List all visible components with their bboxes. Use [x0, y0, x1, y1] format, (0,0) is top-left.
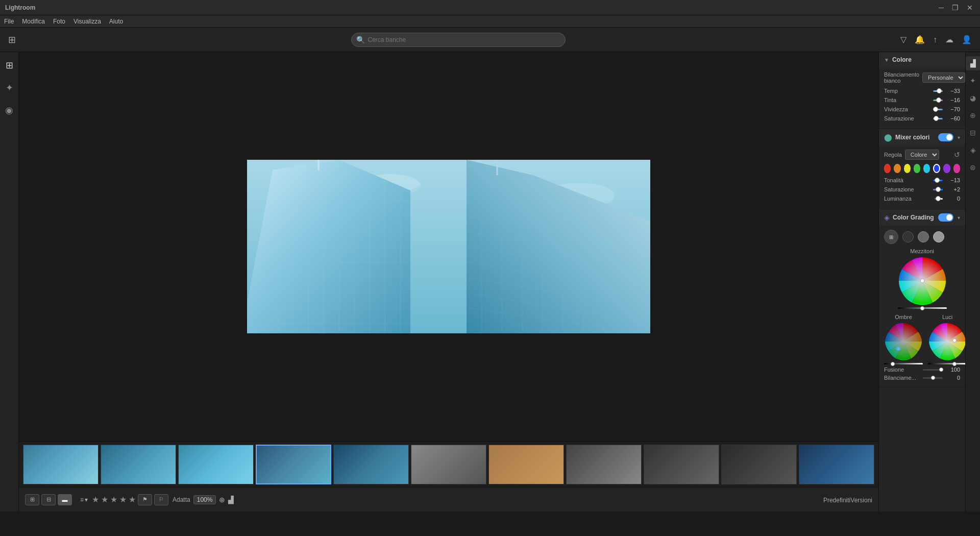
luci-wheel[interactable]: [928, 322, 965, 361]
bilanciamento-track[interactable]: [923, 377, 943, 379]
tonalita-track[interactable]: [933, 180, 943, 181]
map-icon[interactable]: ◉: [0, 101, 18, 119]
menu-foto[interactable]: Foto: [53, 18, 65, 25]
star-4[interactable]: ★: [119, 495, 127, 504]
vividezza-slider-track[interactable]: [933, 109, 943, 110]
luci-brightness-thumb[interactable]: [952, 362, 957, 366]
fusione-track[interactable]: [923, 369, 943, 371]
menu-file[interactable]: File: [4, 18, 14, 25]
detail-icon[interactable]: ⊕: [966, 108, 980, 123]
account-icon[interactable]: 👤: [962, 35, 972, 44]
share-icon[interactable]: ↑: [933, 35, 937, 44]
versioni-button[interactable]: Versioni: [850, 488, 872, 511]
filmstrip-thumb-5[interactable]: [333, 445, 409, 484]
zoom-fit-label[interactable]: Adatta: [173, 496, 190, 503]
fusione-thumb[interactable]: [939, 368, 943, 372]
mezzitoni-wheel[interactable]: [898, 256, 947, 305]
filmstrip-thumb-8[interactable]: [566, 445, 642, 484]
filmstrip-thumb-4[interactable]: [256, 445, 331, 484]
luci-brightness-track[interactable]: [928, 363, 965, 364]
filter-icon[interactable]: ▽: [900, 35, 906, 44]
minimize-button[interactable]: ─: [937, 4, 946, 12]
predefiniti-button[interactable]: Predefiniti: [823, 488, 850, 511]
cg-tab-all[interactable]: ⊞: [884, 230, 898, 244]
star-2[interactable]: ★: [101, 495, 108, 504]
color-icon[interactable]: ◕: [966, 91, 980, 105]
cg-tab-midtone[interactable]: [918, 231, 929, 242]
mixer-sat-track[interactable]: [933, 189, 943, 190]
sort-button[interactable]: ≡ ▾: [80, 496, 88, 503]
grid-small-button[interactable]: ⊟: [41, 494, 56, 505]
menu-visualizza[interactable]: Visualizza: [74, 18, 101, 25]
menu-aiuto[interactable]: Aiuto: [109, 18, 123, 25]
dot-cyan[interactable]: [923, 164, 930, 173]
temp-thumb[interactable]: [937, 88, 942, 93]
calibrate-icon[interactable]: ⊛: [966, 160, 980, 175]
vividezza-thumb[interactable]: [933, 107, 938, 112]
cloud-icon[interactable]: ☁: [945, 35, 953, 44]
filmstrip-thumb-6[interactable]: [411, 445, 486, 484]
ombre-brightness-thumb[interactable]: [891, 362, 895, 366]
dot-purple[interactable]: [943, 164, 950, 173]
filmstrip-thumb-7[interactable]: [488, 445, 564, 484]
mixer-section-header[interactable]: ⬤ Mixer colori ▾: [879, 129, 965, 145]
tinta-slider-track[interactable]: [933, 100, 943, 101]
dot-orange[interactable]: [894, 164, 900, 173]
filmstrip-thumb-3[interactable]: [178, 445, 254, 484]
zoom-value[interactable]: 100%: [193, 495, 216, 504]
menu-modifica[interactable]: Modifica: [22, 18, 45, 25]
panel-toggle-button[interactable]: ⊞: [8, 34, 16, 45]
mixer-toggle[interactable]: [938, 133, 953, 141]
effects-icon[interactable]: ◈: [966, 143, 980, 157]
cg-toggle[interactable]: [938, 213, 953, 222]
tinta-thumb[interactable]: [936, 98, 941, 103]
ombre-wheel[interactable]: [884, 322, 923, 361]
filmstrip-thumb-9[interactable]: [644, 445, 719, 484]
filmstrip-thumb-2[interactable]: [101, 445, 176, 484]
mixer-reset-button[interactable]: ↺: [954, 151, 960, 159]
saturazione-thumb[interactable]: [934, 116, 939, 121]
close-button[interactable]: ✕: [965, 4, 975, 12]
filmstrip-thumb-11[interactable]: [799, 445, 874, 484]
histogram-icon[interactable]: ▟: [228, 496, 234, 504]
temp-slider-track[interactable]: [933, 90, 943, 92]
mezzitoni-brightness-track[interactable]: [898, 307, 947, 309]
dot-green[interactable]: [914, 164, 920, 173]
star-1[interactable]: ★: [92, 495, 99, 504]
star-5[interactable]: ★: [129, 495, 136, 504]
tonalita-thumb[interactable]: [935, 178, 940, 183]
develop-icon[interactable]: ✦: [0, 79, 18, 97]
restore-button[interactable]: ❐: [950, 4, 961, 12]
colore-section-header[interactable]: ▼ Colore: [879, 52, 965, 67]
bilanciamento-thumb[interactable]: [931, 376, 935, 380]
filmstrip-thumb-1[interactable]: [23, 445, 99, 484]
dot-yellow[interactable]: [904, 164, 911, 173]
mixer-rule-select[interactable]: Colore: [905, 150, 939, 160]
dot-blue[interactable]: [933, 164, 940, 173]
adjust-icon[interactable]: ✦: [966, 74, 980, 88]
dot-red[interactable]: [884, 164, 891, 173]
flag-button[interactable]: ⚑: [138, 494, 152, 505]
mixer-lum-thumb[interactable]: [936, 196, 941, 201]
notification-icon[interactable]: 🔔: [915, 35, 925, 44]
mezzitoni-brightness-thumb[interactable]: [920, 306, 924, 310]
dot-magenta[interactable]: [953, 164, 960, 173]
histogram-panel-icon[interactable]: ▟: [966, 56, 980, 70]
library-icon[interactable]: ⊞: [0, 56, 18, 75]
ombre-brightness-track[interactable]: [884, 363, 923, 364]
mixer-lum-track[interactable]: [933, 198, 943, 200]
single-view-button[interactable]: ▬: [58, 494, 72, 505]
search-input[interactable]: [351, 33, 566, 47]
mixer-sat-thumb[interactable]: [936, 187, 941, 192]
saturazione-slider-track[interactable]: [933, 118, 943, 119]
unflag-button[interactable]: ⚐: [154, 494, 168, 505]
cg-section-header[interactable]: ◈ Color Grading ▾: [879, 209, 965, 226]
zoom-icon[interactable]: ⊕: [219, 496, 225, 504]
grid-view-button[interactable]: ⊞: [25, 494, 39, 505]
geometry-icon[interactable]: ⊟: [966, 126, 980, 140]
wb-select[interactable]: Personale: [922, 72, 965, 83]
filmstrip-thumb-10[interactable]: [721, 445, 797, 484]
star-3[interactable]: ★: [110, 495, 117, 504]
cg-tab-shadow[interactable]: [902, 231, 914, 242]
cg-tab-highlight[interactable]: [933, 231, 944, 242]
